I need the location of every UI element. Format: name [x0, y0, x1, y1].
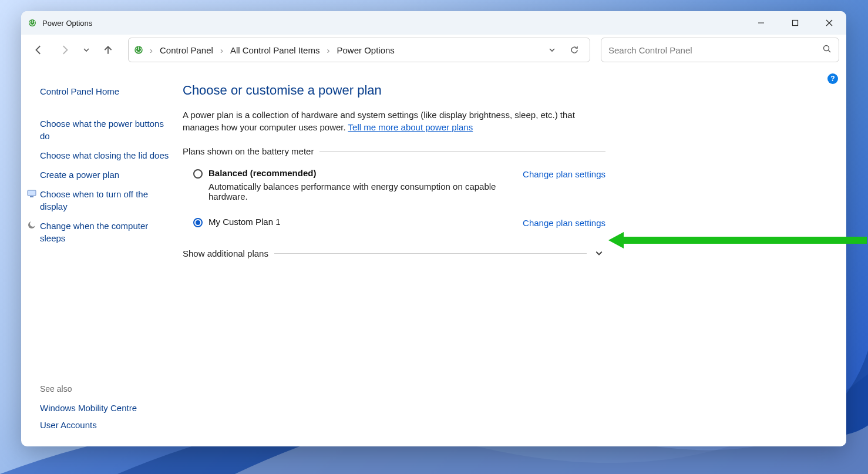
back-button[interactable] — [28, 39, 49, 60]
breadcrumb-item[interactable]: Power Options — [332, 43, 399, 58]
section-label: Plans shown on the battery meter — [183, 146, 314, 156]
plan-radio[interactable] — [193, 169, 203, 179]
svg-point-11 — [30, 221, 36, 227]
plan-row-custom: My Custom Plan 1 Change plan settings — [183, 212, 605, 238]
address-bar[interactable]: › Control Panel › All Control Panel Item… — [128, 38, 590, 62]
control-panel-home-link[interactable]: Control Panel Home — [40, 83, 176, 100]
chevron-down-icon[interactable] — [593, 247, 605, 260]
see-also-label: See also — [40, 384, 176, 394]
moon-icon — [27, 220, 36, 230]
power-options-icon — [27, 18, 38, 28]
page-description: A power plan is a collection of hardware… — [183, 109, 594, 133]
svg-rect-2 — [793, 21, 798, 26]
plan-description: Automatically balances performance with … — [208, 181, 517, 201]
address-icon — [132, 43, 145, 56]
main-content: Choose or customise a power plan A power… — [183, 65, 629, 446]
nav-row: › Control Panel › All Control Panel Item… — [21, 35, 846, 65]
display-icon — [27, 189, 36, 198]
help-icon[interactable]: ? — [827, 73, 838, 84]
see-also-mobility-centre[interactable]: Windows Mobility Centre — [40, 399, 176, 416]
refresh-button[interactable] — [565, 41, 584, 59]
plan-name[interactable]: Balanced (recommended) — [208, 168, 517, 178]
svg-point-6 — [824, 46, 829, 51]
control-panel-window: Power Options — [21, 11, 846, 446]
breadcrumb: › Control Panel › All Control Panel Item… — [149, 43, 539, 58]
see-also: See also Windows Mobility Centre User Ac… — [40, 384, 176, 436]
body: ? Control Panel Home Choose what the pow… — [21, 65, 846, 446]
change-plan-settings-link[interactable]: Change plan settings — [523, 169, 605, 179]
sidebar-link-label: Choose when to turn off the display — [40, 189, 148, 211]
plans-shown-header: Plans shown on the battery meter — [183, 146, 605, 156]
learn-more-link[interactable]: Tell me more about power plans — [348, 122, 473, 132]
sidebar-link-turn-off-display[interactable]: Choose when to turn off the display — [40, 186, 176, 215]
sidebar-link-label: Change when the computer sleeps — [40, 221, 148, 243]
window-controls — [744, 11, 846, 35]
recent-dropdown[interactable] — [80, 39, 93, 60]
svg-rect-9 — [30, 196, 33, 197]
sidebar-link-closing-lid[interactable]: Choose what closing the lid does — [40, 147, 176, 164]
window-title: Power Options — [42, 19, 92, 28]
svg-line-7 — [829, 51, 831, 53]
minimize-button[interactable] — [744, 11, 778, 35]
chevron-right-icon: › — [149, 45, 154, 55]
page-heading: Choose or customise a power plan — [183, 83, 605, 98]
see-also-user-accounts[interactable]: User Accounts — [40, 416, 176, 433]
breadcrumb-item[interactable]: Control Panel — [155, 43, 218, 58]
sidebar-link-sleep[interactable]: Change when the computer sleeps — [40, 217, 176, 247]
change-plan-settings-link[interactable]: Change plan settings — [523, 218, 605, 228]
chevron-right-icon: › — [325, 45, 331, 55]
plan-name[interactable]: My Custom Plan 1 — [208, 217, 517, 227]
section-label: Show additional plans — [183, 248, 268, 258]
maximize-button[interactable] — [778, 11, 812, 35]
show-additional-plans[interactable]: Show additional plans — [183, 247, 605, 260]
up-button[interactable] — [97, 39, 119, 60]
sidebar-link-create-plan[interactable]: Create a power plan — [40, 166, 176, 183]
search-box[interactable] — [601, 38, 839, 62]
close-button[interactable] — [812, 11, 846, 35]
forward-button[interactable] — [54, 39, 75, 60]
search-icon — [822, 44, 832, 56]
sidebar-link-power-buttons[interactable]: Choose what the power buttons do — [40, 115, 176, 144]
search-input[interactable] — [608, 45, 822, 55]
sidebar: Control Panel Home Choose what the power… — [21, 65, 183, 446]
svg-rect-8 — [28, 190, 36, 196]
chevron-right-icon: › — [219, 45, 224, 55]
titlebar: Power Options — [21, 11, 846, 35]
plan-row-balanced: Balanced (recommended) Automatically bal… — [183, 163, 605, 212]
address-history-dropdown[interactable] — [543, 41, 561, 59]
breadcrumb-item[interactable]: All Control Panel Items — [226, 43, 325, 58]
plan-radio[interactable] — [193, 218, 203, 227]
